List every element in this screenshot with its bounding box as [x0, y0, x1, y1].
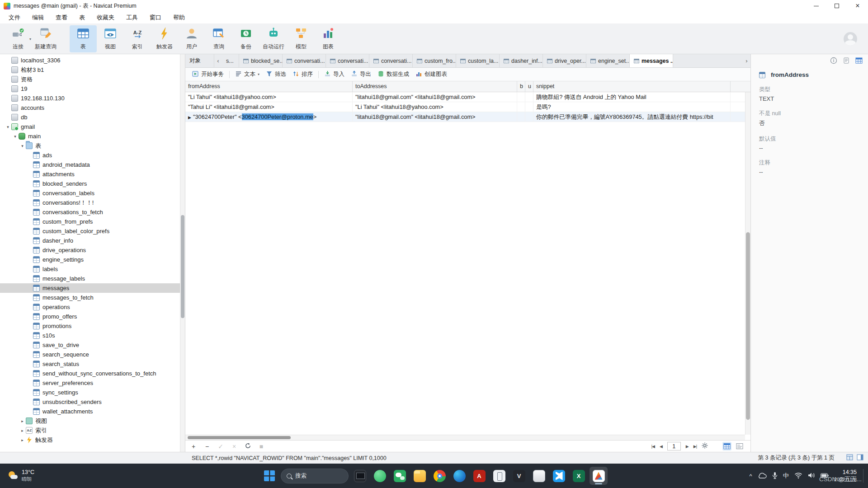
stop-button[interactable]: ■ [258, 443, 265, 450]
grid-view-icon[interactable] [722, 442, 731, 450]
connection-button[interactable]: 连接 ▾ [5, 25, 32, 52]
import-button[interactable]: 导入 [321, 69, 348, 80]
automation-tool-button[interactable]: 自动运行 [259, 25, 288, 52]
tree-item[interactable]: search_sequence [0, 350, 180, 359]
expand-arrow-icon[interactable]: ▸ [19, 419, 26, 423]
taskbar-app-light-app[interactable] [530, 467, 548, 485]
tab-scroll-right-icon[interactable]: › [743, 54, 750, 67]
tree-item[interactable]: save_to_drive [0, 340, 180, 350]
cloud-icon[interactable] [758, 472, 767, 480]
user-avatar[interactable] [844, 32, 857, 46]
cell-toAddresses[interactable]: "litahui18@gmail.com" <litahui18@gmail.c… [353, 92, 517, 102]
tree-item[interactable]: send_without_sync_conversations_to_fetch [0, 369, 180, 378]
table-tab[interactable]: dasher_inf... [500, 54, 543, 67]
column-header-toAddresses[interactable]: toAddresses [353, 81, 517, 92]
tree-item[interactable]: android_metadata [0, 160, 180, 169]
text-view-button[interactable]: 文本 ▾ [232, 69, 263, 80]
cell-fromAddress[interactable]: ▶"30624700Peter" <30624700Peter@proton.m… [185, 112, 353, 122]
table-tab[interactable]: custom_la... [456, 54, 500, 67]
menu-edit[interactable]: 编辑 [26, 14, 50, 22]
cell-snippet[interactable]: 是嗎? [533, 102, 731, 112]
taskbar-app-file-explorer[interactable] [410, 467, 429, 485]
weather-widget[interactable]: 13°C 晴朗 [5, 464, 37, 488]
taskbar-app-vscode[interactable] [550, 467, 568, 485]
volume-icon[interactable] [808, 472, 815, 480]
menu-window[interactable]: 窗口 [144, 14, 167, 22]
cell-u[interactable] [525, 102, 533, 112]
taskbar-app-edge[interactable] [450, 467, 468, 485]
tab-objects[interactable]: 对象 [185, 54, 214, 67]
add-record-button[interactable]: + [190, 443, 197, 450]
tree-item[interactable]: ▸视图 [0, 416, 180, 426]
grid-vscroll-thumb[interactable] [746, 232, 750, 420]
tree-item[interactable]: message_labels [0, 274, 180, 283]
statusbar-grid-icon[interactable] [846, 454, 853, 462]
discard-changes-button[interactable]: × [231, 443, 238, 450]
tree-item[interactable]: custom_label_color_prefs [0, 226, 180, 236]
tree-item[interactable]: ▾gmail [0, 122, 180, 131]
menu-help[interactable]: 帮助 [167, 14, 191, 22]
statusbar-pane-icon[interactable] [857, 454, 863, 462]
ime-indicator[interactable]: 中 [783, 472, 789, 480]
cell-snippet[interactable]: 你的郵件已準備完畢，編號AY806369745。請點選連結付費 https://… [533, 112, 731, 122]
form-view-icon[interactable] [735, 442, 744, 450]
taskbar-clock[interactable]: 14:35 2022/11/8 [834, 469, 857, 483]
taskbar-app-dark-v[interactable] [510, 467, 528, 485]
expand-arrow-icon[interactable]: ▸ [19, 428, 26, 433]
mic-icon[interactable] [772, 472, 778, 480]
column-header-fromAddress[interactable]: fromAddress [185, 81, 353, 92]
table-tab[interactable]: custom_fro... [413, 54, 456, 67]
battery-icon[interactable] [821, 473, 829, 479]
delete-record-button[interactable]: − [203, 443, 211, 450]
taskbar-app-green-circle[interactable] [371, 467, 389, 485]
cell-fromAddress[interactable]: "Li Tahui" <litahui18@yahoo.com> [185, 92, 353, 102]
taskbar-app-terminal[interactable] [351, 467, 369, 485]
tree-item[interactable]: s10s [0, 331, 180, 340]
taskbar-app-wechat[interactable] [391, 467, 409, 485]
table-tab[interactable]: drive_oper... [543, 54, 586, 67]
apply-changes-button[interactable]: ✓ [217, 443, 224, 450]
chart-tool-button[interactable]: 图表 [315, 25, 342, 52]
tree-item[interactable]: unsubscribed_senders [0, 397, 180, 407]
backup-tool-button[interactable]: 备份 [232, 25, 259, 52]
tree-item[interactable]: 资格 [0, 75, 180, 84]
collapse-arrow-icon[interactable]: ▾ [5, 125, 11, 129]
previous-page-button[interactable]: ◀ [660, 444, 662, 449]
tree-item[interactable]: wallet_attachments [0, 407, 180, 416]
tree-item[interactable]: promo_offers [0, 312, 180, 321]
taskbar-app-chrome[interactable] [430, 467, 448, 485]
sort-button[interactable]: 排序 [289, 69, 316, 80]
minimize-button[interactable] [806, 0, 826, 12]
grid-horizontal-scrollbar[interactable] [185, 435, 745, 440]
taskbar-app-phone[interactable] [490, 467, 508, 485]
menu-favorites[interactable]: 收藏夹 [91, 14, 120, 22]
page-number-input[interactable] [667, 442, 681, 450]
chevron-down-icon[interactable]: ▾ [29, 37, 31, 41]
cell-snippet[interactable]: 購物群組? 傳送自 Android 上的 Yahoo Mail [533, 92, 731, 102]
table-tab[interactable]: conversati... [283, 54, 326, 67]
cell-u[interactable] [525, 92, 533, 102]
sidebar-scrollbar[interactable] [180, 54, 185, 452]
first-page-button[interactable]: |◀ [651, 444, 655, 449]
page-settings-gear-icon[interactable] [702, 442, 708, 450]
tree-item[interactable]: 192.168.110.130 [0, 94, 180, 103]
tree-item[interactable]: ▸A-Z索引 [0, 426, 180, 435]
tree-item[interactable]: ▾表 [0, 141, 180, 150]
maximize-button[interactable] [826, 0, 847, 12]
tree-item[interactable]: messages [0, 283, 180, 293]
tree-item[interactable]: labels [0, 264, 180, 274]
table-tab[interactable]: engine_set... [586, 54, 630, 67]
menu-view[interactable]: 查看 [50, 14, 73, 22]
cell-toAddresses[interactable]: "litahui18@gmail.com" <litahui18@gmail.c… [353, 112, 517, 122]
start-button[interactable] [260, 467, 278, 485]
tree-item[interactable]: promotions [0, 321, 180, 331]
grid-hscroll-thumb[interactable] [188, 436, 291, 439]
tree-item[interactable]: server_preferences [0, 378, 180, 388]
table-tab[interactable]: blocked_se... [239, 54, 283, 67]
menu-table[interactable]: 表 [73, 14, 91, 22]
tree-item[interactable]: engine_settings [0, 255, 180, 264]
next-page-button[interactable]: ▶ [686, 444, 689, 449]
cell-b[interactable] [517, 92, 525, 102]
tree-item[interactable]: conversations!！！! [0, 198, 180, 207]
show-desktop-button[interactable] [863, 469, 864, 483]
